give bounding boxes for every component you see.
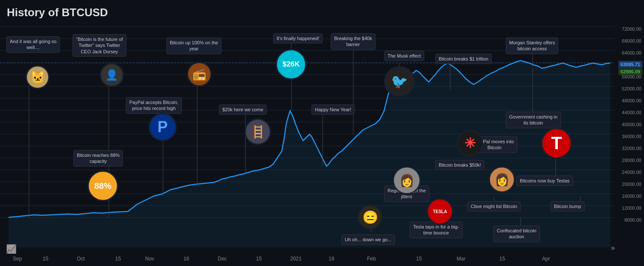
ann-confiscated: Confiscated bitcoinauction [493,226,540,242]
x-label: 15 [43,256,48,262]
ann-jack-dorsey: "Bitcoin is the future ofTwitter" says T… [73,34,126,57]
price-badge-high: 63085.71 [618,61,642,68]
ann-100percent: Bitcoin up 100% on theyear [166,38,221,54]
ann-teslas: Bitcoins now buy Teslas [516,176,573,186]
circle-ladder: 🪜 [245,119,271,145]
ann-morgan-stanley: Morgan Stanley offersbitcoin access [506,38,558,54]
y-label: 20000.00 [622,182,641,187]
circle-paypal: P [149,113,177,141]
circle-spark: ✳ [457,130,483,156]
x-label: 16 [184,256,189,262]
circle-tesla-brand: T [541,128,572,159]
y-label: 36000.00 [622,134,641,139]
circle-88: 88% [87,171,118,201]
circle-woman: 👩 [489,166,515,193]
circle-radio: 📻 [187,62,212,87]
x-label: 15 [256,256,262,262]
ann-finally: It's finally happened! [273,33,323,43]
y-label: 44000.00 [622,110,641,115]
nav-arrow-right[interactable]: » [611,243,615,252]
ann-20k: $20k here we come [219,104,267,115]
ann-going-well: And it was all going sowell.... [6,36,60,53]
circle-jack: 👤 [100,63,124,87]
y-label: 72000.00 [622,26,641,32]
circle-sad: 😑 [358,205,382,229]
y-label: 32000.00 [622,146,641,151]
x-label: Nov [145,256,154,262]
x-label: Oct [77,256,85,262]
x-label: 15 [416,256,422,262]
x-label: Dec [218,256,227,262]
price-badge-low: 62986.09 [618,68,642,75]
x-label: 15 [115,256,121,262]
y-label: 68000.00 [622,38,641,43]
chart-container: History of BTCUSD [0,0,644,266]
circle-janet: 👩 [393,166,421,194]
ann-88capacity: Bitcoin reaches 88%capacity [73,150,123,167]
x-label: Apr [542,256,550,262]
y-label: 12000.00 [622,205,641,211]
x-label: 18 [329,256,334,262]
brand-icon: 📈 [6,244,17,254]
ann-happy-new-year: Happy New Year! [312,104,355,115]
ann-paypal: PayPal accepts Bitcoin,price hits record… [126,97,182,114]
ann-cboe: Cboe might list Bitcoin [467,201,521,211]
ann-trillion: Bitcoin breaks $1 trillion [435,54,492,64]
ann-uh-oh: Uh oh... down we go... [341,234,395,245]
circle-26k: $26K [276,49,306,80]
y-label: 40000.00 [622,122,641,127]
y-label: 24000.00 [622,170,641,175]
ann-50k: Bitcoin breaks $50k! [435,160,484,170]
x-label: 2021 [290,256,302,262]
x-label: Feb [367,256,376,262]
y-label: 28000.00 [622,158,641,163]
y-label: 52000.00 [622,86,641,91]
y-label: 16000.00 [622,194,641,199]
ann-bitcoin-bump: Bitcoin bump [551,201,585,211]
y-label: 48000.00 [622,98,641,103]
circle-cat: 🐱 [26,65,50,89]
ann-40k: Breaking the $40kbarrier [331,33,376,50]
ann-musk-effect: The Musk effect [384,51,424,61]
x-label: 15 [499,256,505,262]
x-label: Sep [13,256,22,262]
circle-tesla-logo: TESLA [427,198,453,225]
x-label: Mar [457,256,466,262]
y-label: 8000.00 [624,217,641,223]
circle-twitter: 🐦 [384,66,415,97]
ann-government: Government cashing inits bitcoin [506,112,561,128]
y-label: 64000.00 [622,50,641,55]
